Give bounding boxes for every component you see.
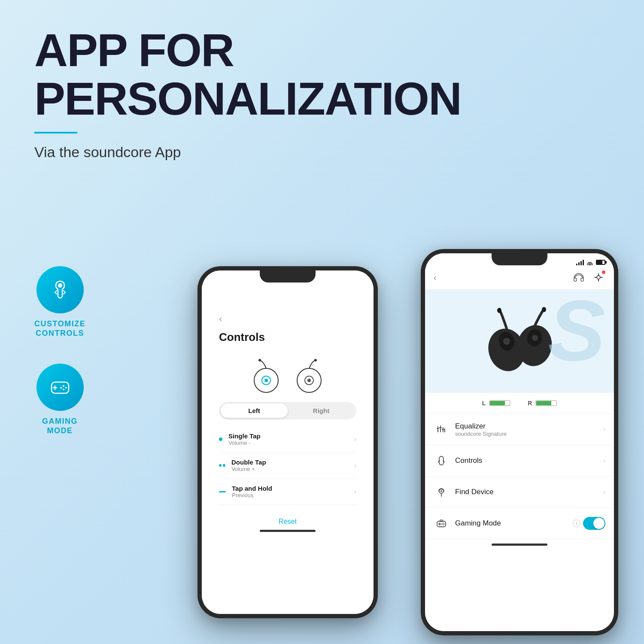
home-indicator-front — [492, 544, 547, 546]
reset-button[interactable]: Reset — [210, 518, 365, 526]
svg-point-25 — [542, 307, 546, 312]
single-tap-item[interactable]: Single Tap Volume - › — [219, 426, 356, 453]
equalizer-text: Equalizer soundcore Signature — [455, 422, 603, 437]
double-tap-item[interactable]: Double Tap Volume + › — [219, 453, 356, 479]
svg-point-41 — [441, 523, 442, 524]
customize-controls-label: CUSTOMIZE CONTROLS — [34, 319, 85, 338]
right-earbud-icon — [294, 357, 324, 393]
header-icons — [572, 270, 605, 284]
menu-find-device[interactable]: Find Device › — [425, 477, 614, 508]
find-device-chevron: › — [603, 488, 605, 496]
svg-point-4 — [63, 385, 64, 387]
single-tap-value: Volume - — [228, 440, 354, 446]
app-header: ‹ — [425, 267, 614, 290]
battery-left-fill — [490, 401, 505, 405]
tap-hold-value: Previous — [232, 492, 354, 498]
tap-hold-item[interactable]: Tap and Hold Previous › — [219, 479, 356, 505]
controls-svg — [436, 456, 447, 466]
svg-point-24 — [532, 335, 538, 341]
svg-point-14 — [307, 379, 311, 382]
controls-screen-content: ‹ Controls — [202, 270, 374, 614]
signal-bar-4 — [583, 260, 584, 265]
gaming-mode-circle — [36, 364, 84, 411]
signal-bar-3 — [580, 261, 582, 265]
heading-line1: APP FOR — [34, 24, 234, 76]
bg-logo: S — [548, 290, 605, 380]
main-screen-content: ‹ — [425, 253, 614, 631]
info-icon[interactable]: i — [573, 519, 580, 527]
gamepad-icon — [48, 375, 72, 399]
gaming-mode-menu-icon — [434, 516, 449, 531]
features-column: CUSTOMIZE CONTROLS GAMING MODE — [34, 266, 85, 435]
menu-equalizer[interactable]: Equalizer soundcore Signature › — [425, 414, 614, 445]
battery-indicator — [596, 260, 605, 265]
wifi-icon — [586, 259, 593, 265]
signal-bar-1 — [576, 264, 577, 265]
home-indicator-back — [260, 530, 316, 532]
signal-bars — [576, 259, 584, 265]
equalizer-icon — [434, 422, 449, 437]
equalizer-title: Equalizer — [455, 422, 603, 431]
left-btn[interactable]: Left — [221, 404, 288, 418]
phone-notch-front — [492, 253, 547, 265]
battery-right-label: R — [528, 400, 532, 407]
svg-point-34 — [440, 490, 442, 492]
main-heading: APP FOR PERSONALIZATION — [34, 26, 610, 123]
svg-point-39 — [444, 523, 445, 524]
hold-dash — [219, 491, 226, 492]
controls-header: ‹ Controls — [210, 279, 365, 357]
svg-rect-42 — [440, 520, 443, 522]
accent-line — [34, 132, 77, 134]
svg-point-6 — [63, 389, 64, 390]
controls-back-btn[interactable]: ‹ — [219, 313, 356, 325]
double-tap-text: Double Tap Volume + — [231, 459, 354, 472]
settings-btn[interactable] — [592, 270, 605, 284]
menu-gaming-mode[interactable]: Gaming Mode i — [425, 508, 614, 539]
find-device-svg — [436, 487, 447, 497]
battery-row: L R — [425, 393, 614, 414]
battery-right-fill — [536, 401, 551, 405]
subtitle: Via the soundcore App — [34, 144, 610, 161]
lr-toggle[interactable]: Left Right — [219, 402, 356, 419]
heading-line2: PERSONALIZATION — [34, 73, 461, 125]
header-back-btn[interactable]: ‹ — [434, 273, 437, 283]
single-dot — [219, 437, 222, 441]
equalizer-svg — [436, 424, 447, 434]
gaming-mode-label: GAMING MODE — [42, 417, 78, 435]
tap-hold-action: Tap and Hold — [232, 485, 354, 492]
svg-point-10 — [264, 379, 268, 382]
phone-controls: ‹ Controls — [197, 266, 378, 618]
tap-hold-text: Tap and Hold Previous — [232, 485, 354, 498]
single-tap-text: Single Tap Volume - — [228, 432, 354, 446]
battery-left-bar — [489, 400, 510, 406]
gaming-mode-text: Gaming Mode — [455, 519, 570, 528]
svg-point-7 — [60, 387, 62, 389]
phone-notch-back — [260, 270, 316, 283]
controls-title: Controls — [219, 331, 356, 344]
find-device-icon — [434, 484, 449, 500]
headphone-btn[interactable] — [572, 270, 586, 284]
battery-right: R — [528, 400, 557, 407]
double-tap-chevron: › — [354, 462, 356, 469]
svg-point-15 — [314, 359, 317, 361]
svg-point-38 — [443, 522, 444, 523]
left-earbud-icon — [251, 357, 281, 393]
earbuds-row — [210, 357, 365, 393]
svg-point-16 — [589, 264, 591, 266]
phone-controls-screen: ‹ Controls — [202, 270, 374, 614]
menu-controls[interactable]: Controls › — [425, 445, 614, 477]
right-btn[interactable]: Right — [288, 404, 355, 418]
headphone-icon — [573, 273, 584, 282]
gaming-mode-toggle[interactable] — [583, 517, 605, 530]
svg-point-40 — [443, 524, 444, 525]
signal-bar-2 — [578, 262, 580, 265]
find-device-text: Find Device — [455, 488, 603, 496]
svg-point-11 — [258, 359, 261, 361]
svg-point-5 — [65, 387, 67, 389]
svg-point-20 — [503, 338, 510, 345]
svg-point-21 — [497, 308, 501, 313]
control-list: Single Tap Volume - › Double Tap — [210, 426, 365, 505]
double-tap-value: Volume + — [231, 466, 354, 472]
controls-text: Controls — [455, 456, 603, 465]
feature-customize-controls: CUSTOMIZE CONTROLS — [34, 266, 85, 338]
